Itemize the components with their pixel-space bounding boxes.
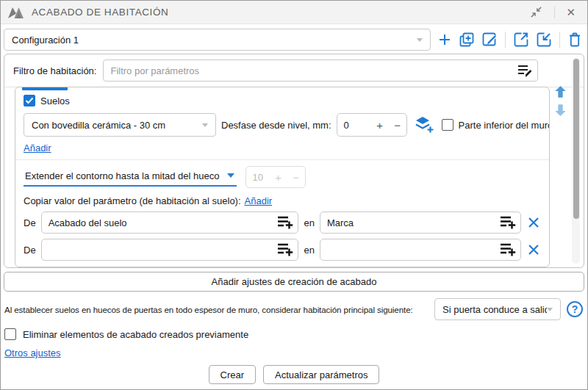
- floor-type-selected-value: Con bovedilla cerámica - 30 cm: [32, 120, 165, 131]
- chevron-down-icon: [417, 38, 423, 42]
- delete-previous-label: Eliminar elementos de acabado creados pr…: [23, 329, 248, 340]
- to-label: en: [304, 217, 314, 228]
- main-room-select[interactable]: Si puerta conduce a salida: [434, 298, 561, 320]
- floor-type-row: Con bovedilla cerámica - 30 cm Desfase d…: [15, 113, 549, 137]
- offset-label: Desfase desde nivel, mm:: [221, 120, 331, 131]
- main-room-selected-value: Si puerta conduce a salida: [442, 304, 547, 315]
- floors-section: Suelos Con bovedilla cerámica - 30 cm De…: [15, 87, 550, 267]
- door-behavior-label: Al establecer suelos en huecos de puerta…: [4, 305, 413, 314]
- active-tab-indicator: [22, 87, 68, 90]
- floors-checkbox-label: Suelos: [40, 95, 70, 106]
- toolbar-divider: [559, 32, 560, 48]
- chevron-down-icon: [227, 173, 234, 178]
- select-parameter-icon[interactable]: [499, 242, 516, 257]
- source-parameter-input[interactable]: [41, 212, 299, 234]
- from-label: De: [24, 245, 36, 256]
- configuration-select[interactable]: Configuración 1: [4, 29, 431, 51]
- contour-increase-button: +: [270, 171, 287, 184]
- source-parameter-field: [41, 239, 299, 261]
- contour-selected-value: Extender el contorno hasta la mitad del …: [25, 170, 220, 181]
- parameter-map-row: De en: [15, 212, 549, 234]
- source-parameter-input[interactable]: [41, 239, 299, 261]
- delete-previous-checkbox[interactable]: [4, 328, 16, 340]
- section-move-controls: [554, 85, 567, 117]
- add-floor-type-row: Añadir: [15, 142, 549, 154]
- add-floor-type-link[interactable]: Añadir: [24, 142, 51, 154]
- create-button[interactable]: Crear: [209, 365, 257, 384]
- wall-bottom-checkbox[interactable]: [442, 119, 453, 131]
- move-section-down-button[interactable]: [554, 104, 567, 117]
- offset-stepper: 0 + −: [337, 113, 407, 137]
- floors-checkbox-row: Suelos: [15, 95, 549, 106]
- delete-configuration-button[interactable]: [567, 31, 583, 48]
- source-parameter-field: [41, 212, 299, 234]
- remove-row-button[interactable]: [526, 216, 541, 229]
- other-settings-row: Otros ajustes: [4, 347, 583, 358]
- offset-decrease-button[interactable]: −: [389, 119, 406, 131]
- floor-type-select[interactable]: Con bovedilla cerámica - 30 cm: [24, 113, 216, 137]
- wall-bottom-label: Parte inferior del muro: [459, 120, 550, 131]
- toolbar-divider: [505, 32, 506, 48]
- edit-filter-icon[interactable]: [517, 64, 533, 78]
- copy-parameter-label: Copiar valor del parámetro (de habitació…: [24, 195, 241, 206]
- chevron-down-icon: [202, 123, 208, 127]
- target-parameter-field: [320, 212, 521, 234]
- add-copy-parameter-link[interactable]: Añadir: [245, 195, 273, 206]
- remove-row-button[interactable]: [526, 243, 541, 256]
- target-parameter-field: [320, 239, 521, 261]
- room-finish-dialog: { "window": { "title": "ACABADO DE HABIT…: [0, 0, 588, 390]
- titlebar: ACABADO DE HABITACIÓN ✕: [1, 1, 587, 24]
- vertical-scrollbar[interactable]: [572, 58, 580, 264]
- configuration-selected-value: Configuración 1: [12, 35, 79, 46]
- contour-stepper: 10 + −: [245, 166, 306, 188]
- target-parameter-input[interactable]: [320, 239, 521, 261]
- settings-panel: Filtro de habitación: Suelos Con bovedil…: [4, 54, 584, 268]
- duplicate-configuration-button[interactable]: [458, 31, 476, 48]
- room-filter-row: Filtro de habitación:: [4, 54, 584, 87]
- edit-configuration-button[interactable]: [481, 31, 498, 48]
- update-parameters-button[interactable]: Actualizar parámetros: [263, 365, 379, 384]
- delete-previous-row: Eliminar elementos de acabado creados pr…: [4, 328, 583, 340]
- collapse-window-button[interactable]: [525, 4, 548, 21]
- help-icon[interactable]: ?: [567, 301, 583, 317]
- room-filter-field: [103, 59, 538, 82]
- move-section-up-button[interactable]: [554, 85, 567, 98]
- window-title: ACABADO DE HABITACIÓN: [32, 7, 168, 18]
- scrollbar-thumb[interactable]: [573, 59, 579, 219]
- floors-checkbox[interactable]: [24, 95, 35, 106]
- target-parameter-input[interactable]: [320, 212, 521, 234]
- add-finish-settings-button[interactable]: Añadir ajustes de creación de acabado: [4, 272, 584, 292]
- import-configuration-button[interactable]: [535, 31, 553, 48]
- parameter-map-row: De en: [15, 239, 549, 261]
- contour-value: 10: [246, 172, 270, 183]
- configuration-row: Configuración 1: [4, 29, 584, 51]
- contour-decrease-button: −: [287, 171, 305, 184]
- offset-increase-button[interactable]: +: [371, 119, 389, 131]
- modplus-logo-icon: [8, 7, 25, 18]
- contour-extend-select[interactable]: Extender el contorno hasta la mitad del …: [24, 168, 237, 187]
- action-buttons: Crear Actualizar parámetros: [1, 365, 587, 384]
- configuration-toolbar: [437, 31, 584, 48]
- other-settings-link[interactable]: Otros ajustes: [4, 347, 61, 358]
- export-configuration-button[interactable]: [512, 31, 530, 48]
- from-label: De: [24, 217, 36, 228]
- chevron-down-icon: [547, 308, 553, 311]
- close-button[interactable]: ✕: [562, 4, 580, 21]
- add-configuration-button[interactable]: [437, 32, 453, 48]
- to-label: en: [304, 245, 314, 256]
- offset-value[interactable]: 0: [337, 120, 371, 131]
- section-divider: [15, 159, 549, 160]
- select-parameter-icon[interactable]: [499, 215, 516, 230]
- select-parameter-icon[interactable]: [276, 215, 293, 230]
- room-filter-input[interactable]: [103, 59, 538, 82]
- contour-row: Extender el contorno hasta la mitad del …: [15, 166, 549, 188]
- select-parameter-icon[interactable]: [276, 242, 293, 257]
- door-behavior-row: Al establecer suelos en huecos de puerta…: [4, 298, 583, 320]
- add-layer-icon[interactable]: [415, 116, 434, 134]
- titlebar-divider: [554, 7, 555, 18]
- room-filter-label: Filtro de habitación:: [13, 65, 96, 76]
- copy-parameter-row: Copiar valor del parámetro (de habitació…: [15, 195, 549, 206]
